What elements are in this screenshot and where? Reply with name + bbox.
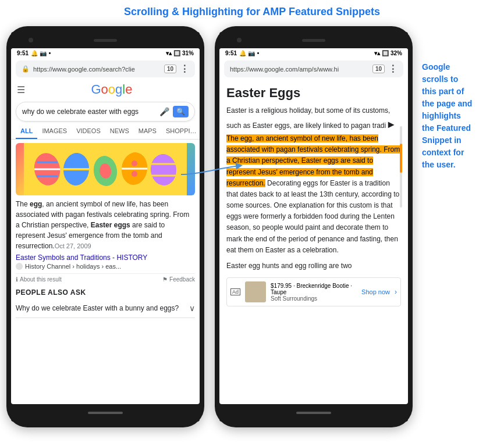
amp-scrollbar[interactable] bbox=[400, 126, 402, 208]
search-tabs: ALL IMAGES VIDEOS NEWS MAPS SHOPPI… bbox=[11, 124, 200, 140]
battery-1: 31% bbox=[182, 50, 194, 56]
phone-amp: 9:51 🔔 📷 • ▾▴ 🔲 32% https://www.google.c… bbox=[215, 26, 413, 427]
url-bar-1[interactable]: 🔒 https://www.google.com/search?clie 10 … bbox=[16, 60, 195, 77]
search-box[interactable]: why do we celebrate easter with eggs 🎤 🔍 bbox=[16, 102, 195, 122]
home-bar-1 bbox=[88, 412, 123, 414]
phone-speaker-1 bbox=[94, 39, 117, 42]
url-bar-2[interactable]: https://www.google.com/amp/s/www.hi 10 ⋮ bbox=[224, 60, 403, 77]
mic-icon[interactable]: 🎤 bbox=[159, 107, 169, 116]
google-logo: Google bbox=[30, 82, 194, 97]
lock-icon-1: 🔒 bbox=[22, 65, 30, 73]
more-menu-1[interactable]: ⋮ bbox=[180, 63, 189, 74]
svg-point-12 bbox=[132, 171, 137, 177]
amp-scrollbar-thumb bbox=[400, 144, 402, 173]
ad-label: Ad bbox=[230, 288, 240, 295]
status-right-1: ▾▴ 🔲 31% bbox=[166, 50, 194, 56]
tab-maps[interactable]: MAPS bbox=[134, 124, 161, 139]
tab-images[interactable]: IMAGES bbox=[37, 124, 72, 139]
annotation-line7: Snippet in bbox=[422, 135, 462, 145]
bold-easter-eggs: Easter eggs bbox=[91, 221, 130, 229]
people-also-ask-header: PEOPLE ALSO ASK bbox=[16, 288, 195, 297]
status-left-1: 9:51 🔔 📷 • bbox=[17, 50, 51, 56]
notification-icons-1: 🔔 📷 bbox=[31, 50, 47, 56]
tab-videos[interactable]: VIDEOS bbox=[72, 124, 105, 139]
people-ask-question: Why do we celebrate Easter with a bunny … bbox=[16, 304, 179, 312]
source-favicon bbox=[16, 263, 23, 270]
signal-2: ▾▴ 🔲 bbox=[374, 50, 389, 56]
page-title: Scrolling & Highlighting for AMP Feature… bbox=[124, 6, 380, 18]
battery-2: 32% bbox=[391, 50, 402, 56]
phone-screen-2: 9:51 🔔 📷 • ▾▴ 🔲 32% https://www.google.c… bbox=[219, 48, 408, 404]
phone-screen-1: 9:51 🔔 📷 • ▾▴ 🔲 31% 🔒 https://www.google… bbox=[11, 48, 200, 404]
url-text-1: https://www.google.com/search?clie bbox=[33, 66, 161, 73]
annotation-line4: the page and bbox=[422, 99, 472, 108]
phone-bottom-bar-1 bbox=[11, 404, 200, 422]
feedback[interactable]: ⚑ Feedback bbox=[162, 276, 195, 283]
featured-image bbox=[16, 143, 195, 195]
tab-count-2[interactable]: 10 bbox=[372, 65, 385, 73]
bold-egg: egg bbox=[30, 200, 42, 208]
annotation-line8: context for bbox=[422, 148, 464, 157]
phones-wrapper: 9:51 🔔 📷 • ▾▴ 🔲 31% 🔒 https://www.google… bbox=[6, 26, 498, 427]
search-results: The egg, an ancient symbol of new life, … bbox=[11, 140, 200, 404]
annotation-box: Google scrolls to this part of the page … bbox=[422, 61, 498, 171]
ad-arrow-icon: › bbox=[395, 288, 397, 296]
amp-body: Easter is a religious holiday, but some … bbox=[226, 105, 401, 256]
ad-brand: Soft Surroundings bbox=[271, 295, 357, 302]
amp-body-end: Easter egg hunts and egg rolling are two bbox=[226, 261, 401, 272]
ad-image bbox=[245, 281, 266, 302]
status-bar-1: 9:51 🔔 📷 • ▾▴ 🔲 31% bbox=[11, 48, 200, 58]
tab-news[interactable]: NEWS bbox=[105, 124, 134, 139]
url-text-2: https://www.google.com/amp/s/www.hi bbox=[230, 66, 369, 73]
home-bar-2 bbox=[296, 412, 331, 414]
dot-1: • bbox=[49, 50, 51, 56]
ad-cta[interactable]: Shop now bbox=[361, 288, 390, 295]
phone-camera-2 bbox=[237, 38, 242, 42]
more-menu-2[interactable]: ⋮ bbox=[388, 63, 397, 74]
snippet-body: The egg, an ancient symbol of new life, … bbox=[16, 199, 195, 251]
people-ask-item[interactable]: Why do we celebrate Easter with a bunny … bbox=[16, 299, 195, 318]
phone-speaker-2 bbox=[302, 39, 325, 42]
phone-search: 9:51 🔔 📷 • ▾▴ 🔲 31% 🔒 https://www.google… bbox=[6, 26, 204, 427]
amp-content: Easter Eggs Easter is a religious holida… bbox=[219, 80, 408, 404]
status-right-2: ▾▴ 🔲 32% bbox=[374, 50, 402, 56]
time-2: 9:51 bbox=[225, 50, 237, 56]
annotation-line2: scrolls to bbox=[422, 74, 458, 84]
phone-top-bar-2 bbox=[219, 32, 408, 48]
annotation-line1: Google bbox=[422, 62, 450, 72]
source-link[interactable]: Easter Symbols and Traditions - HISTORY bbox=[16, 254, 195, 262]
amp-post-highlight: Decorating eggs for Easter is a traditio… bbox=[226, 179, 399, 254]
result-footer: ℹ About this result ⚑ Feedback bbox=[16, 273, 195, 285]
annotation-line9: the user. bbox=[422, 160, 456, 169]
time-1: 9:51 bbox=[17, 50, 29, 56]
annotation-line3: this part of bbox=[422, 87, 464, 96]
annotation-line5: highlights bbox=[422, 111, 461, 120]
signal-1: ▾▴ 🔲 bbox=[166, 50, 180, 56]
about-result[interactable]: ℹ About this result bbox=[16, 276, 62, 283]
tab-count-1[interactable]: 10 bbox=[164, 65, 176, 73]
search-button[interactable]: 🔍 bbox=[173, 106, 189, 117]
dot-2: • bbox=[257, 50, 260, 56]
snippet-date: Oct 27, 2009 bbox=[55, 242, 91, 249]
tab-all[interactable]: ALL bbox=[16, 124, 37, 139]
amp-pre-highlight: Easter is a religious holiday, but some … bbox=[226, 106, 390, 130]
search-query: why do we celebrate easter with eggs bbox=[22, 108, 156, 116]
ad-price: $179.95 · Breckenridge Bootie · Taupe bbox=[271, 283, 357, 295]
ad-banner: Ad $179.95 · Breckenridge Bootie · Taupe… bbox=[226, 277, 401, 306]
ad-info: $179.95 · Breckenridge Bootie · Taupe So… bbox=[271, 283, 357, 302]
notification-icons-2: 🔔 📷 bbox=[239, 50, 255, 56]
phone-camera-1 bbox=[29, 38, 33, 42]
annotation-line6: the Featured bbox=[422, 123, 471, 133]
chevron-icon: ∨ bbox=[189, 304, 195, 313]
tab-shopping[interactable]: SHOPPI… bbox=[161, 124, 200, 139]
hamburger-menu[interactable]: ☰ bbox=[17, 84, 25, 95]
svg-point-11 bbox=[132, 160, 137, 166]
amp-title: Easter Eggs bbox=[226, 85, 401, 101]
amp-highlight-1: The egg, an ancient symbol of new life, … bbox=[226, 134, 382, 154]
phone-bottom-bar-2 bbox=[219, 404, 408, 422]
source-sub: History Channel › holidays › eas... bbox=[16, 263, 195, 270]
status-left-2: 9:51 🔔 📷 • bbox=[225, 50, 259, 56]
search-header: ☰ Google bbox=[11, 80, 200, 99]
source-sub-text: History Channel › holidays › eas... bbox=[25, 263, 121, 270]
phone-top-bar-1 bbox=[11, 32, 200, 48]
